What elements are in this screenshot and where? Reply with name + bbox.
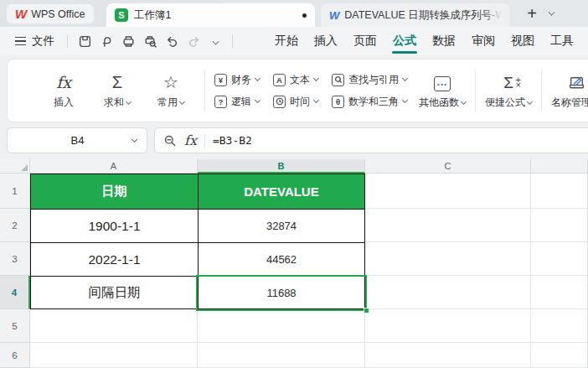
ribbon-tabs: 开始 插入 页面 公式 数据 审阅 视图 工具 <box>274 29 580 54</box>
cell-b2[interactable]: 32874 <box>198 209 365 242</box>
spreadsheet-file-icon: S <box>115 8 128 22</box>
cell-a2[interactable]: 1900-1-1 <box>30 209 198 242</box>
tab-review[interactable]: 审阅 <box>471 29 496 54</box>
select-all-corner[interactable] <box>0 159 30 174</box>
name-box[interactable]: B4 <box>7 127 147 153</box>
yen-icon: ¥ <box>214 74 227 86</box>
cell-d5[interactable] <box>531 309 588 343</box>
chevron-down-icon <box>212 38 219 44</box>
tab-list-chevron-icon[interactable] <box>549 9 555 16</box>
financial-functions-button[interactable]: ¥ 财务 <box>214 73 260 87</box>
dropdown-chevron-icon <box>255 75 260 81</box>
export-pdf-button[interactable] <box>95 30 117 52</box>
cell-b1[interactable]: DATEVALUE <box>198 174 365 209</box>
cell-c3[interactable] <box>365 242 531 276</box>
cell-c6[interactable] <box>365 343 531 368</box>
cell-a5[interactable] <box>30 309 198 343</box>
cell-a6[interactable] <box>30 343 198 368</box>
formula-input[interactable]: fx =B3-B2 <box>154 127 588 153</box>
cell-d6[interactable] <box>531 343 588 368</box>
file-menu-button[interactable]: 文件 <box>8 30 61 52</box>
cell-b3[interactable]: 44562 <box>198 242 365 276</box>
document-tab-datevalue[interactable]: W DATEVALUE 日期转换成序列号-WPS <box>321 3 510 27</box>
wps-home-button[interactable]: W WPS Office <box>7 4 94 23</box>
new-tab-button[interactable]: + <box>521 3 543 24</box>
clock-icon <box>273 96 286 108</box>
cell-d1[interactable] <box>531 174 588 209</box>
tab-formulas[interactable]: 公式 <box>392 29 417 54</box>
quick-access-more-button[interactable] <box>204 30 226 52</box>
sigma-plus-times-icon: Σ+× <box>503 75 513 91</box>
cell-d2[interactable] <box>531 209 588 242</box>
file-menu-label: 文件 <box>32 34 54 49</box>
lookup-reference-functions-button[interactable]: 查找与引用 <box>332 73 407 87</box>
math-trig-functions-button[interactable]: θ 数学和三角 <box>332 95 407 109</box>
cell-b6[interactable] <box>198 343 365 368</box>
print-button[interactable] <box>117 30 139 52</box>
cell-a4[interactable]: 间隔日期 <box>30 276 198 309</box>
cell-c5[interactable] <box>365 309 531 343</box>
print-preview-button[interactable] <box>139 30 161 52</box>
row-header-6[interactable]: 6 <box>0 343 30 368</box>
group-divider <box>204 70 205 111</box>
zoom-search-icon[interactable] <box>163 134 177 148</box>
save-button[interactable] <box>74 30 95 52</box>
divider <box>67 34 68 48</box>
redo-button[interactable] <box>183 30 204 52</box>
other-functions-button[interactable]: … 其他函数 <box>419 65 466 117</box>
logical-functions-button[interactable]: ? 逻辑 <box>214 95 260 109</box>
row-header-5[interactable]: 5 <box>0 309 30 343</box>
tab-tools[interactable]: 工具 <box>549 29 575 54</box>
tab-view[interactable]: 视图 <box>510 29 535 54</box>
other-functions-label: 其他函数 <box>419 96 459 110</box>
cell-c2[interactable] <box>365 209 531 242</box>
cell-b4-selected[interactable]: 11688 <box>198 276 365 309</box>
cell-d4[interactable] <box>531 276 588 309</box>
formula-text: =B3-B2 <box>213 134 252 147</box>
insert-function-button[interactable]: fx 插入 <box>39 65 88 117</box>
column-header-b[interactable]: B <box>198 159 365 174</box>
row-header-4[interactable]: 4 <box>0 276 30 309</box>
undo-icon <box>165 34 179 49</box>
tab-insert[interactable]: 插入 <box>313 29 338 54</box>
theta-icon: θ <box>332 96 344 108</box>
undo-button[interactable] <box>161 30 183 52</box>
cell-d3[interactable] <box>531 242 588 276</box>
autosum-button[interactable]: Σ 求和 <box>93 65 142 117</box>
datetime-functions-button[interactable]: 时间 <box>273 95 318 109</box>
common-functions-button[interactable]: ☆ 常用 <box>147 65 195 117</box>
row-header-1[interactable]: 1 <box>0 174 30 209</box>
column-header-a[interactable]: A <box>30 159 198 174</box>
document-tab-label: DATEVALUE 日期转换成序列号-WPS <box>344 8 502 23</box>
sigma-icon: Σ <box>112 71 122 91</box>
cell-b5[interactable] <box>198 309 365 343</box>
tab-page[interactable]: 页面 <box>353 29 378 54</box>
magnifier-icon <box>332 74 344 86</box>
name-manager-button[interactable]: 名称管理器 <box>551 65 588 117</box>
quick-formula-button[interactable]: Σ+× 便捷公式 <box>485 65 532 117</box>
name-box-chevron-icon[interactable] <box>132 136 137 142</box>
cell-c4[interactable] <box>365 276 531 309</box>
dropdown-chevron-icon <box>461 98 467 104</box>
wps-doc-icon: W <box>329 9 338 22</box>
row-header-2[interactable]: 2 <box>0 209 30 242</box>
row-header-3[interactable]: 3 <box>0 242 30 276</box>
text-functions-button[interactable]: A 文本 <box>273 73 318 87</box>
hamburger-icon <box>15 37 26 46</box>
cell-a3[interactable]: 2022-1-1 <box>30 242 198 276</box>
star-icon: ☆ <box>163 71 178 91</box>
cell-a1[interactable]: 日期 <box>30 174 198 209</box>
tab-data[interactable]: 数据 <box>431 29 456 54</box>
column-header-c[interactable]: C <box>365 159 531 174</box>
tab-home[interactable]: 开始 <box>274 29 299 54</box>
divider <box>204 134 205 148</box>
fx-icon: fx <box>184 132 197 148</box>
column-header-d[interactable] <box>531 159 588 174</box>
document-tab-workbook1[interactable]: S 工作簿1 <box>106 3 315 27</box>
divider <box>232 34 233 48</box>
folder-dots-icon: … <box>434 76 451 91</box>
fx-icon: fx <box>56 73 71 91</box>
dropdown-chevron-icon <box>126 98 132 104</box>
fill-handle[interactable] <box>364 308 369 314</box>
cell-c1[interactable] <box>365 174 531 209</box>
